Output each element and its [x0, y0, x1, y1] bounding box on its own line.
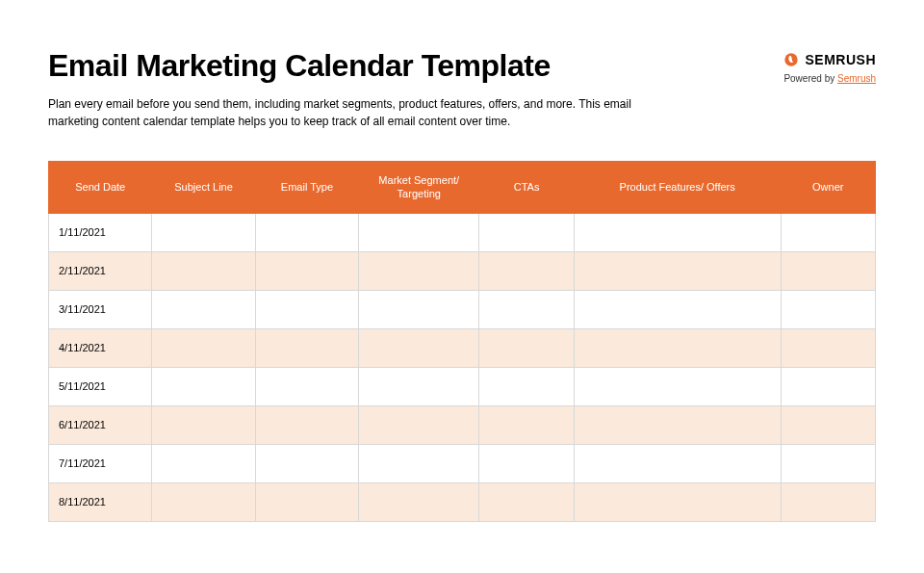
cell-product-features[interactable] — [574, 290, 781, 328]
cell-owner[interactable] — [781, 251, 875, 290]
header-market-segment: Market Segment/ Targeting — [359, 162, 479, 214]
cell-subject-line[interactable] — [152, 213, 255, 251]
cell-market-segment[interactable] — [359, 367, 479, 405]
table-row: 6/11/2021 — [49, 405, 876, 444]
cell-subject-line[interactable] — [152, 251, 255, 290]
cell-ctas[interactable] — [479, 444, 574, 482]
cell-send-date[interactable]: 8/11/2021 — [49, 482, 152, 521]
header-product-features: Product Features/ Offers — [574, 162, 781, 214]
cell-market-segment[interactable] — [359, 251, 479, 290]
cell-subject-line[interactable] — [152, 405, 255, 444]
cell-subject-line[interactable] — [152, 367, 255, 405]
cell-send-date[interactable]: 3/11/2021 — [49, 290, 152, 328]
fire-icon — [783, 52, 799, 67]
cell-product-features[interactable] — [574, 367, 781, 405]
header: Email Marketing Calendar Template SEMRUS… — [48, 48, 876, 84]
cell-ctas[interactable] — [479, 405, 574, 444]
table-row: 5/11/2021 — [49, 367, 876, 405]
cell-ctas[interactable] — [479, 290, 574, 328]
cell-market-segment[interactable] — [359, 213, 479, 251]
cell-subject-line[interactable] — [152, 482, 255, 521]
cell-product-features[interactable] — [574, 482, 781, 521]
cell-email-type[interactable] — [255, 405, 358, 444]
powered-by-link[interactable]: Semrush — [837, 73, 876, 84]
cell-owner[interactable] — [781, 444, 875, 482]
cell-market-segment[interactable] — [359, 290, 479, 328]
cell-owner[interactable] — [781, 290, 875, 328]
cell-email-type[interactable] — [255, 482, 358, 521]
cell-send-date[interactable]: 6/11/2021 — [49, 405, 152, 444]
cell-product-features[interactable] — [574, 444, 781, 482]
header-ctas: CTAs — [479, 162, 574, 214]
cell-owner[interactable] — [781, 328, 875, 367]
cell-send-date[interactable]: 5/11/2021 — [49, 367, 152, 405]
description: Plan every email before you send them, i… — [48, 95, 664, 130]
cell-email-type[interactable] — [255, 328, 358, 367]
table-row: 3/11/2021 — [49, 290, 876, 328]
table-row: 1/11/2021 — [49, 213, 876, 251]
cell-send-date[interactable]: 2/11/2021 — [49, 251, 152, 290]
header-email-type: Email Type — [255, 162, 358, 214]
cell-ctas[interactable] — [479, 482, 574, 521]
cell-market-segment[interactable] — [359, 482, 479, 521]
brand-logo: SEMRUSH — [783, 52, 876, 67]
powered-by-label: Powered by — [783, 73, 837, 84]
cell-send-date[interactable]: 4/11/2021 — [49, 328, 152, 367]
cell-email-type[interactable] — [255, 444, 358, 482]
brand-name: SEMRUSH — [805, 52, 876, 67]
cell-ctas[interactable] — [479, 251, 574, 290]
table-header-row: Send Date Subject Line Email Type Market… — [49, 162, 876, 214]
cell-product-features[interactable] — [574, 251, 781, 290]
cell-owner[interactable] — [781, 482, 875, 521]
cell-email-type[interactable] — [255, 290, 358, 328]
cell-market-segment[interactable] — [359, 444, 479, 482]
brand-area: SEMRUSH Powered by Semrush — [783, 52, 876, 84]
cell-subject-line[interactable] — [152, 444, 255, 482]
cell-market-segment[interactable] — [359, 405, 479, 444]
header-owner: Owner — [781, 162, 875, 214]
cell-subject-line[interactable] — [152, 290, 255, 328]
powered-by: Powered by Semrush — [783, 73, 876, 84]
cell-owner[interactable] — [781, 405, 875, 444]
cell-product-features[interactable] — [574, 405, 781, 444]
header-subject-line: Subject Line — [152, 162, 255, 214]
cell-owner[interactable] — [781, 367, 875, 405]
cell-email-type[interactable] — [255, 251, 358, 290]
cell-market-segment[interactable] — [359, 328, 479, 367]
cell-ctas[interactable] — [479, 213, 574, 251]
header-send-date: Send Date — [49, 162, 152, 214]
cell-email-type[interactable] — [255, 213, 358, 251]
cell-owner[interactable] — [781, 213, 875, 251]
cell-subject-line[interactable] — [152, 328, 255, 367]
cell-product-features[interactable] — [574, 328, 781, 367]
table-row: 4/11/2021 — [49, 328, 876, 367]
page-title: Email Marketing Calendar Template — [48, 48, 551, 84]
cell-ctas[interactable] — [479, 367, 574, 405]
table-row: 8/11/2021 — [49, 482, 876, 521]
table-row: 7/11/2021 — [49, 444, 876, 482]
cell-ctas[interactable] — [479, 328, 574, 367]
cell-send-date[interactable]: 7/11/2021 — [49, 444, 152, 482]
cell-email-type[interactable] — [255, 367, 358, 405]
cell-product-features[interactable] — [574, 213, 781, 251]
calendar-table: Send Date Subject Line Email Type Market… — [48, 161, 876, 522]
table-row: 2/11/2021 — [49, 251, 876, 290]
cell-send-date[interactable]: 1/11/2021 — [49, 213, 152, 251]
